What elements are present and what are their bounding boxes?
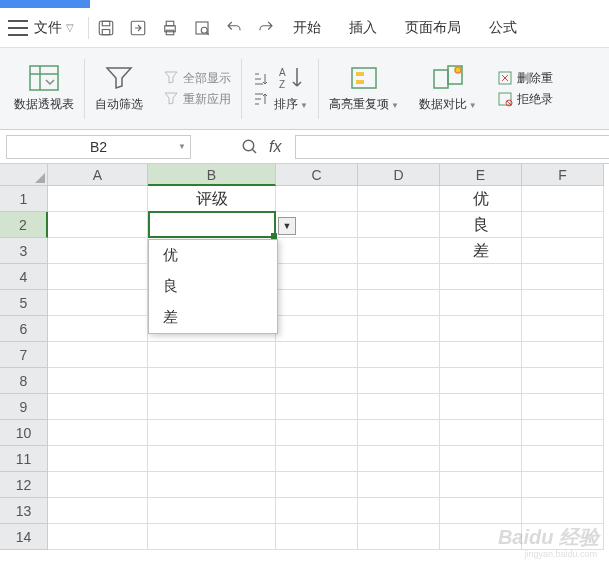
sort-asc-button[interactable] <box>252 71 268 87</box>
cell-E4[interactable] <box>440 264 522 290</box>
cell-A3[interactable] <box>48 238 148 264</box>
cell-D4[interactable] <box>358 264 440 290</box>
pivot-table-button[interactable]: 数据透视表 <box>4 48 84 129</box>
cell-E6[interactable] <box>440 316 522 342</box>
cell-D11[interactable] <box>358 446 440 472</box>
cell-E13[interactable] <box>440 498 522 524</box>
row-header-7[interactable]: 7 <box>0 342 48 368</box>
del-dup-button[interactable]: 删除重 <box>497 70 553 87</box>
cell-C8[interactable] <box>276 368 358 394</box>
cell-A4[interactable] <box>48 264 148 290</box>
cell-F12[interactable] <box>522 472 604 498</box>
highlight-dup-button[interactable]: 高亮重复项▼ <box>319 48 409 129</box>
cell-A9[interactable] <box>48 394 148 420</box>
cell-A14[interactable] <box>48 524 148 550</box>
cell-B12[interactable] <box>148 472 276 498</box>
dropdown-item[interactable]: 差 <box>149 302 277 333</box>
cell-D8[interactable] <box>358 368 440 394</box>
cell-B14[interactable] <box>148 524 276 550</box>
cell-E11[interactable] <box>440 446 522 472</box>
cell-E12[interactable] <box>440 472 522 498</box>
tab-insert[interactable]: 插入 <box>349 19 377 37</box>
cell-B13[interactable] <box>148 498 276 524</box>
cell-D7[interactable] <box>358 342 440 368</box>
dropdown-item[interactable]: 优 <box>149 240 277 271</box>
cell-E5[interactable] <box>440 290 522 316</box>
cell-E7[interactable] <box>440 342 522 368</box>
cell-F7[interactable] <box>522 342 604 368</box>
cell-C11[interactable] <box>276 446 358 472</box>
cell-D10[interactable] <box>358 420 440 446</box>
cell-A5[interactable] <box>48 290 148 316</box>
cell-F6[interactable] <box>522 316 604 342</box>
cell-C4[interactable] <box>276 264 358 290</box>
col-header-D[interactable]: D <box>358 164 440 186</box>
cell-A7[interactable] <box>48 342 148 368</box>
tab-pagelayout[interactable]: 页面布局 <box>405 19 461 37</box>
file-menu[interactable]: 文件 ▽ <box>34 19 74 37</box>
row-header-13[interactable]: 13 <box>0 498 48 524</box>
row-header-8[interactable]: 8 <box>0 368 48 394</box>
col-header-E[interactable]: E <box>440 164 522 186</box>
cell-B8[interactable] <box>148 368 276 394</box>
cell-E14[interactable] <box>440 524 522 550</box>
print-icon[interactable] <box>161 19 179 37</box>
row-header-2[interactable]: 2 <box>0 212 48 238</box>
dropdown-item[interactable]: 良 <box>149 271 277 302</box>
cell-C14[interactable] <box>276 524 358 550</box>
cell-F13[interactable] <box>522 498 604 524</box>
cell-B10[interactable] <box>148 420 276 446</box>
row-header-1[interactable]: 1 <box>0 186 48 212</box>
hamburger-icon[interactable] <box>8 20 28 36</box>
cell-C3[interactable] <box>276 238 358 264</box>
row-header-12[interactable]: 12 <box>0 472 48 498</box>
cell-C13[interactable] <box>276 498 358 524</box>
cell-F4[interactable] <box>522 264 604 290</box>
row-header-9[interactable]: 9 <box>0 394 48 420</box>
cell-E9[interactable] <box>440 394 522 420</box>
col-header-B[interactable]: B <box>148 164 276 186</box>
cell-F10[interactable] <box>522 420 604 446</box>
col-header-C[interactable]: C <box>276 164 358 186</box>
autofilter-button[interactable]: 自动筛选 <box>85 48 153 129</box>
cell-F1[interactable] <box>522 186 604 212</box>
cell-D6[interactable] <box>358 316 440 342</box>
export-icon[interactable] <box>129 19 147 37</box>
reject-rec-button[interactable]: 拒绝录 <box>497 91 553 108</box>
cell-A6[interactable] <box>48 316 148 342</box>
row-header-11[interactable]: 11 <box>0 446 48 472</box>
save-icon[interactable] <box>97 19 115 37</box>
cell-D3[interactable] <box>358 238 440 264</box>
cell-C12[interactable] <box>276 472 358 498</box>
cell-D2[interactable] <box>358 212 440 238</box>
active-doc-tab[interactable] <box>0 0 90 8</box>
cell-E2[interactable]: 良 <box>440 212 522 238</box>
cell-B9[interactable] <box>148 394 276 420</box>
cell-D13[interactable] <box>358 498 440 524</box>
cell-A2[interactable] <box>48 212 148 238</box>
cell-A10[interactable] <box>48 420 148 446</box>
row-header-14[interactable]: 14 <box>0 524 48 550</box>
cell-D14[interactable] <box>358 524 440 550</box>
tab-home[interactable]: 开始 <box>293 19 321 37</box>
cell-F14[interactable] <box>522 524 604 550</box>
redo-icon[interactable] <box>257 19 275 37</box>
cell-B2[interactable] <box>148 212 276 238</box>
data-compare-button[interactable]: 数据对比▼ <box>409 48 487 129</box>
row-header-4[interactable]: 4 <box>0 264 48 290</box>
col-header-F[interactable]: F <box>522 164 604 186</box>
cell-A1[interactable] <box>48 186 148 212</box>
row-header-5[interactable]: 5 <box>0 290 48 316</box>
cell-C6[interactable] <box>276 316 358 342</box>
spreadsheet-grid[interactable]: A B C D E F 1评级优2良3差4567891011121314 ▼ 优… <box>0 164 609 550</box>
cell-C7[interactable] <box>276 342 358 368</box>
row-header-6[interactable]: 6 <box>0 316 48 342</box>
cell-D12[interactable] <box>358 472 440 498</box>
show-all-button[interactable]: 全部显示 <box>163 70 231 87</box>
fx-icon[interactable]: fx <box>269 138 281 156</box>
cell-E3[interactable]: 差 <box>440 238 522 264</box>
cell-B1[interactable]: 评级 <box>148 186 276 212</box>
select-all-corner[interactable] <box>0 164 48 186</box>
data-validation-dropdown-arrow[interactable]: ▼ <box>278 217 296 235</box>
cell-C10[interactable] <box>276 420 358 446</box>
